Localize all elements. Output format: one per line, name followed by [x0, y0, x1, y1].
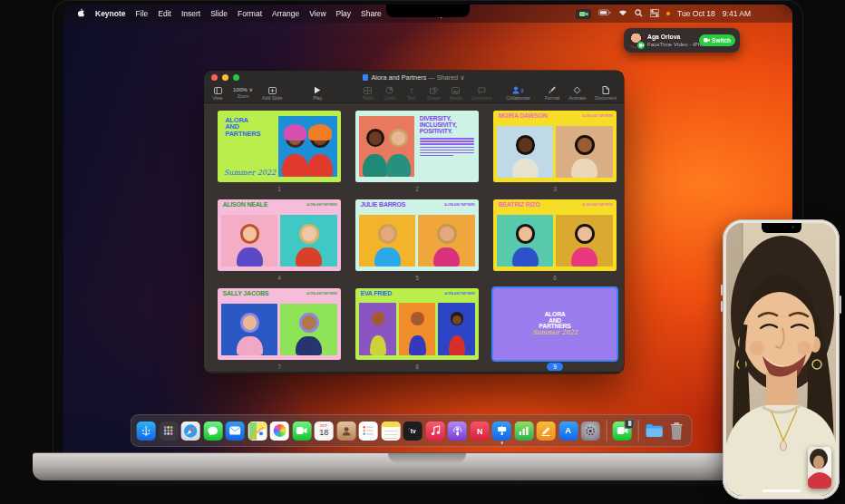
facetime-camera-icon[interactable] [576, 9, 591, 19]
person-figure [386, 129, 411, 177]
facetime-self-view[interactable] [808, 447, 831, 489]
switch-button-label: Switch [712, 37, 731, 44]
battery-icon[interactable] [598, 9, 611, 18]
dock-icon-pages[interactable] [537, 422, 556, 441]
desktop-scene: Keynote FileEditInsertSlideFormatArrange… [0, 0, 845, 504]
svg-text:A: A [565, 425, 571, 435]
format-button[interactable]: Format [545, 86, 559, 101]
menu-format[interactable]: Format [238, 9, 262, 18]
dock-icon-maps[interactable] [248, 422, 267, 441]
dock-icon-keynote[interactable] [492, 422, 511, 441]
dock-icon-notes[interactable] [381, 422, 400, 441]
macbook-screen-shell: Keynote FileEditInsertSlideFormatArrange… [53, 0, 803, 454]
slide-light-table: ALORA AND PARTNERSSummer 20221DIVERSITY,… [204, 103, 624, 372]
menubar-date[interactable]: Tue Oct 18 [677, 9, 715, 18]
slide-thumbnail-5[interactable]: JULIE BARROSALORA AND PARTNERS [355, 199, 479, 271]
slide-number-1: 1 [218, 185, 341, 194]
slide-photo [556, 215, 613, 267]
view-button[interactable]: View [211, 86, 224, 101]
wifi-icon[interactable] [618, 9, 627, 18]
slide-thumbnail-3[interactable]: MOIRA DAWSONALORA AND PARTNERS [493, 111, 617, 182]
person-figure [307, 128, 334, 177]
slide-number-6: 6 [493, 274, 617, 283]
slide-title: ALORA AND PARTNERS [539, 312, 570, 330]
notification-subtitle: FaceTime Video - iPhone › [647, 41, 695, 47]
dock-icon-contacts[interactable] [336, 422, 355, 441]
slide-cell-4: ALISON NEALEALORA AND PARTNERS4 [218, 199, 341, 283]
dock-icon-appletv[interactable]: tv [403, 422, 422, 441]
home-indicator[interactable] [762, 489, 801, 492]
window-title: Alora and Partners — Shared ∨ [204, 73, 624, 82]
dock-icon-news[interactable]: N [470, 422, 489, 441]
dock-icon-reminders[interactable] [359, 422, 378, 441]
dock-icon-launchpad[interactable] [159, 422, 178, 441]
slide-cell-7: SALLY JACOBSALORA AND PARTNERS7 [218, 288, 341, 372]
dock-icon-facetime[interactable] [292, 422, 311, 441]
document-button[interactable]: Document [595, 86, 617, 101]
dock-icon-trash[interactable] [666, 422, 685, 441]
dock-icon-numbers[interactable] [514, 422, 533, 441]
menu-slide[interactable]: Slide [210, 9, 228, 18]
switch-button[interactable]: Switch [699, 34, 735, 46]
shared-label[interactable]: — Shared ∨ [428, 73, 464, 82]
dock-icon-downloads[interactable] [645, 422, 664, 441]
menu-insert[interactable]: Insert [181, 9, 200, 18]
control-center-icon[interactable] [650, 9, 659, 19]
add-slide-button[interactable]: Add Slide [262, 86, 282, 101]
slide-center-block: ALORA AND PARTNERSSummer 2022 [493, 288, 617, 360]
menubar-time[interactable]: 9:41 AM [723, 9, 751, 18]
toolbar-disabled-group: TableChartTTextShapeMediaComment [362, 86, 492, 101]
person-figure [409, 312, 426, 355]
iphone-notch [762, 223, 801, 233]
dock-icon-finder[interactable] [137, 422, 156, 441]
slide-thumbnail-8[interactable]: EVA FRIEDALORA AND PARTNERS [355, 288, 479, 360]
slide-thumbnail-2[interactable]: DIVERSITY, INCLUSIVITY, POSITIVITY. [355, 111, 479, 182]
play-button[interactable]: Play [311, 86, 324, 101]
dock-icon-settings[interactable] [581, 422, 600, 441]
facetime-call-screen[interactable] [726, 223, 836, 496]
dock: OCT18tvNA [131, 414, 693, 447]
slide-number-8: 8 [355, 363, 479, 372]
person-figure [512, 224, 538, 267]
dock-icon-messages[interactable] [203, 422, 222, 441]
slide-cell-6: BEATRIZ RIZOALORA AND PARTNERS6 [493, 199, 617, 283]
slide-thumbnail-9[interactable]: ALORA AND PARTNERSSummer 2022 [493, 288, 617, 360]
handoff-device-badge [625, 419, 635, 429]
zoom-control[interactable]: 100% ∨ Zoom [233, 86, 253, 99]
menu-share[interactable]: Share [361, 9, 382, 18]
person-figure [237, 224, 262, 267]
menu-edit[interactable]: Edit [158, 9, 171, 18]
menu-app-name[interactable]: Keynote [95, 9, 126, 18]
menu-arrange[interactable]: Arrange [272, 9, 299, 18]
slide-photo [280, 215, 337, 267]
menu-file[interactable]: File [136, 9, 149, 18]
running-indicator [500, 441, 503, 444]
dock-icon-mail[interactable] [226, 422, 245, 441]
slide-thumbnail-7[interactable]: SALLY JACOBSALORA AND PARTNERS [218, 288, 341, 360]
dock-icon-photos[interactable] [270, 422, 289, 441]
window-footer: Hide skipped slides [204, 372, 624, 373]
dock-icon-podcasts[interactable] [448, 422, 467, 441]
notification-texts: Aga Orlova FaceTime Video - iPhone › [647, 34, 695, 47]
slide-thumbnail-1[interactable]: ALORA AND PARTNERSSummer 2022 [218, 111, 341, 182]
slide-photo [359, 215, 415, 267]
slide-brand-label: ALORA AND PARTNERS [306, 293, 337, 296]
facetime-handoff-notification[interactable]: Aga Orlova FaceTime Video - iPhone › Swi… [624, 28, 740, 53]
dock-icon-music[interactable] [425, 422, 444, 441]
slide-title: JULIE BARROS [360, 202, 405, 208]
animate-button[interactable]: Animate [568, 86, 586, 101]
dock-icon-safari[interactable] [181, 422, 200, 441]
search-icon[interactable] [635, 9, 643, 19]
slide-thumbnail-4[interactable]: ALISON NEALEALORA AND PARTNERS [218, 199, 341, 271]
dock-icon-calendar[interactable]: OCT18 [315, 422, 334, 441]
menu-view[interactable]: View [309, 9, 325, 18]
menu-play[interactable]: Play [336, 9, 352, 18]
dock-icon-appstore[interactable]: A [558, 422, 578, 441]
apple-menu-icon[interactable] [76, 8, 85, 20]
slide-brand-label: ALORA AND PARTNERS [444, 293, 475, 296]
dock-icon-facetime-handoff[interactable] [613, 422, 632, 441]
collaborate-button[interactable]: 2 Collaborate [506, 86, 530, 101]
shape-button: Shape [427, 86, 441, 101]
slide-photo [418, 215, 475, 267]
slide-thumbnail-6[interactable]: BEATRIZ RIZOALORA AND PARTNERS [493, 199, 617, 271]
